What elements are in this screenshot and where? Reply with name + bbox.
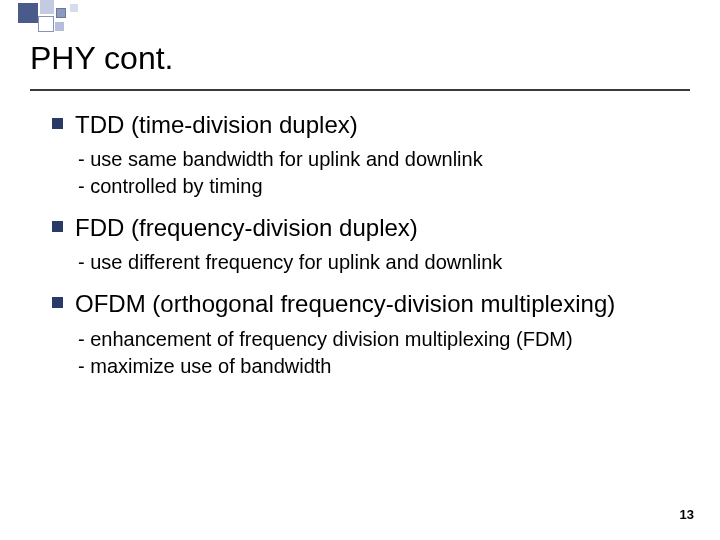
- list-item: OFDM (orthogonal frequency-division mult…: [52, 288, 690, 379]
- list-item: TDD (time-division duplex) - use same ba…: [52, 109, 690, 200]
- bullet-row: OFDM (orthogonal frequency-division mult…: [52, 288, 690, 319]
- sub-point: - use same bandwidth for uplink and down…: [78, 146, 690, 173]
- square-bullet-icon: [52, 297, 63, 308]
- sub-point: - use different frequency for uplink and…: [78, 249, 690, 276]
- item-heading: FDD (frequency-division duplex): [75, 212, 418, 243]
- sub-list: - use different frequency for uplink and…: [78, 249, 690, 276]
- square-bullet-icon: [52, 221, 63, 232]
- sub-point: - enhancement of frequency division mult…: [78, 326, 690, 353]
- corner-decoration: [0, 0, 130, 34]
- sub-list: - use same bandwidth for uplink and down…: [78, 146, 690, 200]
- square-bullet-icon: [52, 118, 63, 129]
- page-number: 13: [680, 507, 694, 522]
- item-heading: TDD (time-division duplex): [75, 109, 358, 140]
- list-item: FDD (frequency-division duplex) - use di…: [52, 212, 690, 276]
- slide-content: PHY cont. TDD (time-division duplex) - u…: [30, 40, 690, 392]
- sub-point: - controlled by timing: [78, 173, 690, 200]
- bullet-row: TDD (time-division duplex): [52, 109, 690, 140]
- slide-title: PHY cont.: [30, 40, 690, 83]
- bullet-row: FDD (frequency-division duplex): [52, 212, 690, 243]
- item-heading: OFDM (orthogonal frequency-division mult…: [75, 288, 615, 319]
- sub-list: - enhancement of frequency division mult…: [78, 326, 690, 380]
- title-underline: [30, 89, 690, 91]
- sub-point: - maximize use of bandwidth: [78, 353, 690, 380]
